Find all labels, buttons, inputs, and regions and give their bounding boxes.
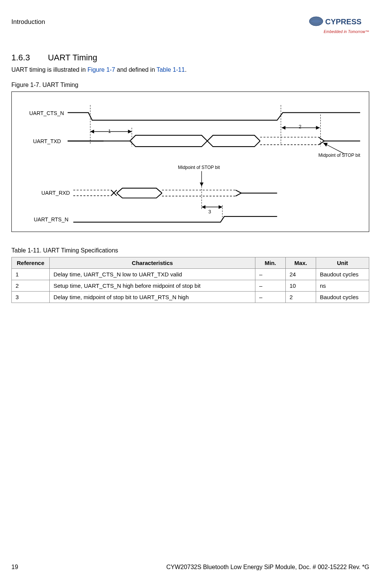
cypress-logo-icon: CYPRESS — [309, 15, 369, 29]
running-section-label: Introduction — [11, 15, 45, 26]
cell-max: 24 — [286, 269, 316, 280]
dimension-2: 2 — [299, 124, 301, 129]
svg-marker-28 — [219, 205, 222, 209]
dimension-1: 1 — [108, 128, 111, 134]
uart-timing-spec-table: Reference Characteristics Min. Max. Unit… — [11, 257, 369, 303]
svg-marker-19 — [200, 183, 203, 186]
table-row: 3 Delay time, midpoint of stop bit to UA… — [12, 292, 369, 303]
cell-char: Setup time, UART_CTS_N high before midpo… — [50, 280, 255, 292]
intro-text-suffix: . — [185, 66, 186, 73]
svg-marker-6 — [90, 129, 94, 133]
figure-crossref-link[interactable]: Figure 1-7 — [87, 66, 115, 73]
signal-label-rts: UART_RTS_N — [34, 216, 68, 222]
vendor-logo-block: CYPRESS Embedded in Tomorrow™ — [309, 15, 369, 34]
section-title: UART Timing — [48, 53, 97, 62]
logo-text: CYPRESS — [325, 17, 362, 26]
section-number: 1.6.3 — [11, 53, 46, 63]
svg-marker-10 — [316, 126, 320, 130]
svg-marker-27 — [202, 205, 205, 209]
intro-paragraph: UART timing is illustrated in Figure 1-7… — [11, 66, 369, 73]
page-header: Introduction CYPRESS Embedded in Tomorro… — [11, 15, 369, 34]
cell-ref: 3 — [12, 292, 50, 303]
table-crossref-link[interactable]: Table 1-11 — [156, 66, 185, 73]
svg-marker-7 — [128, 129, 132, 133]
doc-reference: CYW20732S Bluetooth Low Energy SiP Modul… — [166, 564, 369, 571]
signal-label-rxd: UART_RXD — [41, 190, 70, 196]
figure-caption: Figure 1-7. UART Timing — [11, 82, 369, 88]
th-max: Max. — [286, 257, 316, 269]
uart-timing-figure: UART_CTS_N UART_TXD UART_RXD UART_RTS_N … — [11, 91, 369, 232]
cell-min: – — [255, 292, 286, 303]
page: Introduction CYPRESS Embedded in Tomorro… — [0, 0, 392, 582]
cell-min: – — [255, 269, 286, 280]
cell-max: 2 — [286, 292, 316, 303]
timing-diagram-svg — [12, 92, 369, 232]
signal-label-cts: UART_CTS_N — [29, 110, 64, 116]
th-unit: Unit — [316, 257, 369, 269]
cell-min: – — [255, 280, 286, 292]
cell-unit: Baudout cycles — [316, 269, 369, 280]
table-row: 1 Delay time, UART_CTS_N low to UART_TXD… — [12, 269, 369, 280]
cell-unit: ns — [316, 280, 369, 292]
logo-tagline: Embedded in Tomorrow™ — [309, 30, 369, 34]
cell-ref: 2 — [12, 280, 50, 292]
cell-max: 10 — [286, 280, 316, 292]
th-reference: Reference — [12, 257, 50, 269]
page-number: 19 — [11, 564, 18, 571]
annotation-midpoint-top: Midpoint of STOP bit — [318, 153, 360, 158]
svg-marker-9 — [282, 126, 285, 130]
intro-text-mid: and defined in — [115, 66, 156, 73]
table-row: 2 Setup time, UART_CTS_N high before mid… — [12, 280, 369, 292]
cell-char: Delay time, midpoint of stop bit to UART… — [50, 292, 255, 303]
th-characteristics: Characteristics — [50, 257, 255, 269]
th-min: Min. — [255, 257, 286, 269]
cell-ref: 1 — [12, 269, 50, 280]
section-heading: 1.6.3 UART Timing — [11, 53, 369, 63]
signal-label-txd: UART_TXD — [33, 138, 61, 144]
cell-char: Delay time, UART_CTS_N low to UART_TXD v… — [50, 269, 255, 280]
page-footer: 19 CYW20732S Bluetooth Low Energy SiP Mo… — [11, 564, 369, 571]
table-caption: Table 1-11. UART Timing Specifications — [11, 247, 369, 254]
annotation-midpoint-bottom: Midpoint of STOP bit — [178, 165, 220, 170]
dimension-3: 3 — [208, 209, 211, 215]
intro-text-prefix: UART timing is illustrated in — [11, 66, 87, 73]
cell-unit: Baudout cycles — [316, 292, 369, 303]
table-header-row: Reference Characteristics Min. Max. Unit — [12, 257, 369, 269]
